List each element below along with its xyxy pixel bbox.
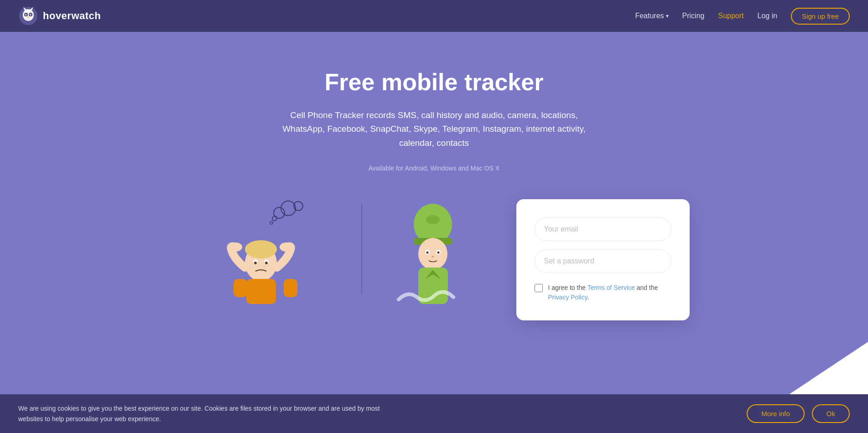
logo-icon [18, 6, 38, 26]
nav-signup-button[interactable]: Sign up free [791, 8, 850, 25]
svg-rect-25 [246, 279, 276, 304]
illustration-person-hat [390, 199, 481, 304]
terms-checkbox[interactable] [535, 284, 543, 292]
svg-point-20 [280, 242, 292, 252]
nav-support[interactable]: Support [718, 12, 743, 20]
svg-point-35 [437, 252, 439, 254]
hero-bottom: I agree to the Terms of Service and the … [161, 199, 708, 304]
svg-point-31 [418, 238, 447, 270]
privacy-link[interactable]: Privacy Policy [548, 294, 587, 301]
nav-links: Features Pricing Support Log in Sign up … [635, 8, 850, 25]
svg-point-34 [426, 252, 428, 254]
illustration-stressed-person [197, 199, 334, 304]
email-input[interactable] [535, 217, 671, 241]
logo[interactable]: hoverwatch [18, 6, 101, 26]
signup-card: I agree to the Terms of Service and the … [516, 199, 690, 320]
terms-row: I agree to the Terms of Service and the … [535, 283, 671, 302]
hero-availability: Available for Android, Windows and Mac O… [369, 165, 500, 172]
svg-point-23 [254, 262, 257, 264]
svg-point-36 [431, 256, 434, 258]
hero-section: Free mobile tracker Cell Phone Tracker r… [0, 32, 868, 433]
svg-point-18 [245, 240, 277, 258]
svg-point-19 [229, 242, 242, 252]
terms-label: I agree to the Terms of Service and the … [548, 283, 658, 302]
svg-rect-26 [234, 279, 247, 297]
more-info-button[interactable]: More info [747, 404, 805, 423]
terms-link[interactable]: Terms of Service [587, 284, 635, 291]
logo-text: hoverwatch [43, 10, 101, 22]
svg-point-8 [26, 14, 27, 15]
hero-subtitle: Cell Phone Tracker records SMS, call his… [275, 108, 594, 150]
cookie-text: We are using cookies to give you the bes… [18, 403, 383, 424]
cookie-banner: We are using cookies to give you the bes… [0, 394, 868, 433]
divider [361, 204, 362, 295]
password-input[interactable] [535, 249, 671, 273]
hero-title: Free mobile tracker [325, 68, 544, 96]
navbar: hoverwatch Features Pricing Support Log … [0, 0, 868, 32]
svg-point-15 [272, 216, 277, 221]
nav-login-button[interactable]: Log in [758, 12, 778, 20]
svg-point-11 [26, 17, 31, 21]
svg-point-24 [265, 262, 268, 264]
svg-point-30 [426, 215, 440, 224]
nav-pricing[interactable]: Pricing [682, 12, 705, 20]
svg-rect-27 [284, 279, 297, 297]
cookie-buttons: More info Ok [747, 404, 850, 423]
svg-point-13 [281, 201, 296, 216]
svg-point-9 [31, 14, 31, 15]
nav-features[interactable]: Features [635, 12, 668, 20]
svg-point-16 [270, 222, 273, 224]
ok-button[interactable]: Ok [812, 404, 850, 423]
